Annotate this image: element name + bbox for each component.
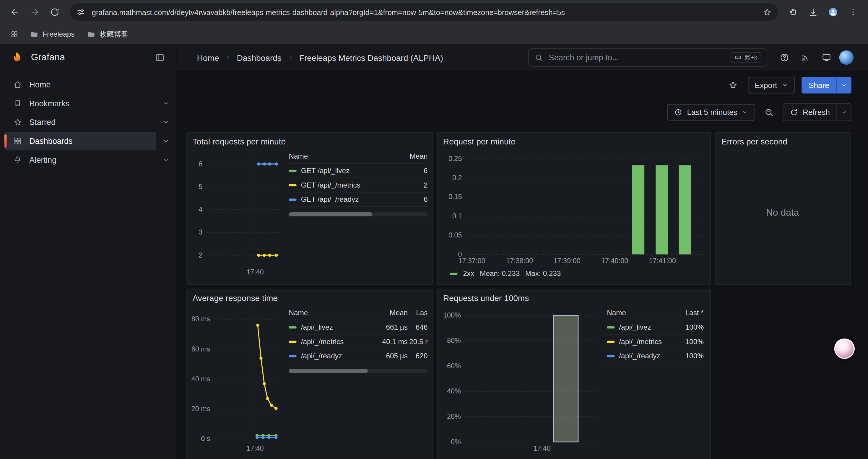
bookmark-icon — [13, 99, 22, 108]
scrollbar-thumb[interactable] — [289, 212, 372, 216]
svg-text:0.15: 0.15 — [448, 193, 462, 201]
panel-title[interactable]: Total requests per minute — [187, 133, 432, 149]
bookmark-label: 收藏博客 — [99, 29, 128, 39]
panel-requests-under-100ms: Requests under 100ms 0%20%40%60%80%100%1… — [437, 289, 711, 459]
legend-row[interactable]: GET /api/_livez6 — [289, 164, 428, 178]
panel-title[interactable]: Errors per second — [716, 133, 850, 149]
search-icon — [534, 53, 543, 62]
legend-row[interactable]: /api/_/metrics40.1 ms20.5 r — [289, 335, 428, 349]
share-menu-caret[interactable] — [836, 77, 851, 93]
legend-max: Max: 0.233 — [525, 269, 561, 277]
zoom-out-icon[interactable] — [761, 104, 777, 121]
search-shortcut-hint: ⌘+k — [731, 52, 761, 63]
bookmark-star-icon[interactable] — [763, 8, 772, 17]
help-icon[interactable] — [776, 49, 793, 66]
url-bar[interactable] — [70, 3, 778, 21]
rss-icon[interactable] — [797, 49, 814, 66]
panel-title[interactable]: Average response time — [187, 289, 432, 306]
monitor-icon[interactable] — [818, 49, 835, 66]
refresh-button[interactable]: Refresh — [783, 104, 836, 121]
share-button[interactable]: Share — [802, 77, 837, 93]
legend-row[interactable]: /api/_livez661 µs646 — [289, 320, 428, 335]
chevron-down-icon[interactable] — [156, 113, 176, 132]
chevron-down-icon[interactable] — [156, 94, 176, 113]
svg-text:17:39:00: 17:39:00 — [554, 257, 581, 265]
search-input[interactable]: ⌘+k — [528, 48, 767, 67]
legend-scrollbar[interactable] — [289, 369, 428, 373]
legend-header[interactable]: Name — [289, 309, 377, 317]
chevron-down-icon[interactable] — [156, 132, 176, 151]
legend-header[interactable]: Las — [408, 309, 428, 317]
legend-header[interactable]: Mean — [404, 152, 428, 160]
forward-icon[interactable] — [25, 3, 44, 22]
svg-text:17:37:00: 17:37:00 — [458, 257, 485, 265]
page-header: Home Dashboards Freeleaps Metrics Dashbo… — [176, 44, 868, 71]
home-icon — [13, 80, 22, 89]
bookmark-item-freeleaps[interactable]: Freeleaps — [25, 28, 79, 41]
clock-icon — [674, 108, 683, 117]
search-text-field[interactable] — [548, 53, 726, 63]
refresh-icon — [789, 108, 798, 117]
star-icon — [13, 118, 22, 127]
svg-text:17:40: 17:40 — [246, 445, 264, 452]
average-response-time-chart[interactable]: 0 s20 ms40 ms60 ms80 ms17:40 — [190, 306, 284, 454]
breadcrumb-home[interactable]: Home — [197, 53, 219, 62]
requests-under-100ms-chart[interactable]: 0%20%40%60%80%100%17:40 — [441, 306, 602, 454]
legend-row[interactable]: /api/_/metrics100% — [607, 335, 704, 349]
sidebar-item-bookmarks[interactable]: Bookmarks — [4, 94, 156, 113]
svg-text:40 ms: 40 ms — [191, 375, 210, 383]
reload-icon[interactable] — [45, 3, 64, 22]
extensions-icon[interactable] — [784, 3, 803, 22]
sidebar-item-starred[interactable]: Starred — [4, 113, 156, 132]
grafana-logo[interactable] — [10, 50, 25, 65]
url-input[interactable] — [91, 7, 757, 17]
page: Freeleaps 收藏博客 Grafana — [0, 0, 868, 459]
export-button[interactable]: Export — [748, 77, 795, 93]
user-avatar[interactable] — [839, 50, 854, 65]
total-requests-chart[interactable]: 2345617:40 — [190, 150, 284, 277]
scrollbar-thumb[interactable] — [289, 369, 368, 373]
chat-widget-avatar[interactable] — [834, 338, 855, 359]
legend-header[interactable]: Last * — [677, 309, 704, 317]
site-settings-icon[interactable] — [76, 8, 85, 17]
series-color-swatch — [289, 169, 296, 172]
legend-row[interactable]: GET /api/_/readyz6 — [289, 193, 428, 207]
request-per-minute-chart[interactable]: 00.050.10.150.20.2517:37:0017:38:0017:39… — [442, 150, 707, 267]
svg-text:3: 3 — [198, 228, 203, 236]
downloads-icon[interactable] — [804, 3, 823, 22]
legend-row[interactable]: /api/_/readyz605 µs620 — [289, 349, 428, 364]
sidebar-item-dashboards[interactable]: Dashboards — [4, 132, 156, 151]
legend-item-2xx[interactable]: 2xx Mean: 0.233 Max: 0.233 — [442, 267, 706, 277]
browser-menu-icon[interactable] — [844, 3, 863, 22]
back-icon[interactable] — [6, 3, 25, 22]
browser-profile-avatar[interactable] — [824, 3, 843, 22]
legend-row[interactable]: /api/_livez100% — [607, 320, 704, 335]
series-color-swatch — [607, 326, 615, 328]
panel-title[interactable]: Request per minute — [438, 133, 710, 149]
sidebar-item-label: Dashboards — [29, 137, 72, 145]
panel-title[interactable]: Requests under 100ms — [438, 289, 710, 306]
bookmark-item-blog[interactable]: 收藏博客 — [83, 27, 133, 41]
chevron-down-icon — [781, 82, 788, 88]
legend-header[interactable]: Name — [289, 152, 404, 160]
browser-chrome: Freeleaps 收藏博客 — [0, 0, 868, 44]
apps-grid-icon[interactable] — [6, 26, 22, 42]
series-color-swatch — [607, 340, 615, 342]
sidebar-item-home[interactable]: Home — [4, 75, 156, 94]
sidebar-item-label: Home — [29, 80, 51, 89]
breadcrumb-dashboards[interactable]: Dashboards — [237, 53, 281, 62]
sidebar-item-alerting[interactable]: Alerting — [4, 150, 156, 169]
chevron-down-icon[interactable] — [156, 150, 176, 169]
refresh-interval-caret[interactable] — [836, 104, 851, 121]
legend-row[interactable]: GET /api/_/metrics2 — [289, 178, 428, 193]
legend-row[interactable]: /api/_/readyz100% — [607, 349, 704, 364]
legend-header[interactable]: Name — [607, 309, 677, 317]
favorite-star-icon[interactable] — [725, 77, 741, 93]
svg-text:17:41:00: 17:41:00 — [649, 257, 676, 265]
legend-scrollbar[interactable] — [289, 212, 428, 216]
svg-text:17:38:00: 17:38:00 — [506, 257, 533, 265]
sidebar-collapse-icon[interactable] — [152, 52, 168, 63]
browser-toolbar — [0, 0, 868, 24]
time-range-picker[interactable]: Last 5 minutes — [667, 104, 755, 121]
legend-header[interactable]: Mean — [377, 309, 408, 317]
